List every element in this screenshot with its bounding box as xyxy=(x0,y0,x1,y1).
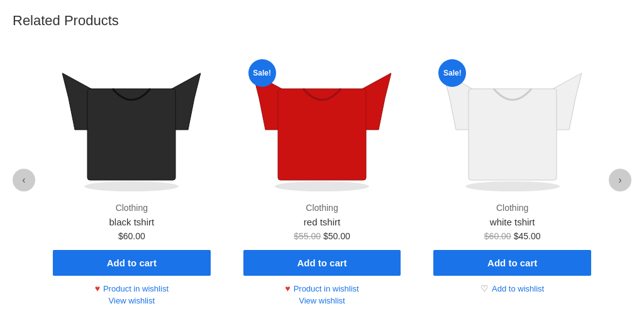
product-image-wrapper xyxy=(53,54,211,193)
product-card: Sale!Clothingwhite tshirt$60.00$45.00Add… xyxy=(423,44,601,315)
view-wishlist-link[interactable]: View wishlist xyxy=(299,296,345,305)
original-price: $55.00 xyxy=(294,231,321,241)
product-category: Clothing xyxy=(116,203,148,213)
svg-rect-3 xyxy=(87,89,175,180)
product-card: Sale!Clothingred tshirt$55.00$50.00Add t… xyxy=(233,44,411,315)
wishlist-link[interactable]: ♥Product in wishlist xyxy=(95,283,169,293)
wishlist-link[interactable]: ♥Product in wishlist xyxy=(285,283,358,293)
wishlist-link[interactable]: ♡Add to wishlist xyxy=(480,283,544,293)
add-to-cart-button[interactable]: Add to cart xyxy=(53,250,211,276)
heart-filled-icon: ♥ xyxy=(95,283,100,293)
wishlist-actions: ♥Product in wishlistView wishlist xyxy=(95,283,169,305)
chevron-right-icon: › xyxy=(618,174,621,186)
product-price: $60.00 xyxy=(118,231,145,241)
current-price: $60.00 xyxy=(118,231,145,241)
wishlist-label: Product in wishlist xyxy=(103,284,169,293)
sale-badge: Sale! xyxy=(248,59,276,87)
product-category: Clothing xyxy=(496,203,528,213)
svg-rect-13 xyxy=(469,89,557,180)
product-name: red tshirt xyxy=(304,217,340,227)
current-price: $50.00 xyxy=(323,231,350,241)
product-image-wrapper: Sale! xyxy=(433,54,591,193)
svg-rect-8 xyxy=(278,89,366,180)
sale-badge: Sale! xyxy=(438,59,466,87)
add-to-cart-button[interactable]: Add to cart xyxy=(433,250,591,276)
product-price: $60.00$45.00 xyxy=(484,231,541,241)
wishlist-actions: ♡Add to wishlist xyxy=(480,283,544,293)
svg-point-5 xyxy=(275,181,369,191)
svg-point-10 xyxy=(465,181,560,191)
original-price: $60.00 xyxy=(484,231,511,241)
product-price: $55.00$50.00 xyxy=(294,231,350,241)
carousel-prev-button[interactable]: ‹ xyxy=(13,169,35,191)
product-name: white tshirt xyxy=(490,217,535,227)
add-to-cart-button[interactable]: Add to cart xyxy=(243,250,401,276)
view-wishlist-link[interactable]: View wishlist xyxy=(109,296,155,305)
product-card: Clothingblack tshirt$60.00Add to cart♥Pr… xyxy=(43,44,221,315)
current-price: $45.00 xyxy=(514,231,541,241)
product-category: Clothing xyxy=(306,203,338,213)
wishlist-label: Add to wishlist xyxy=(492,284,544,293)
product-image-wrapper: Sale! xyxy=(243,54,401,193)
carousel-next-button[interactable]: › xyxy=(609,169,631,191)
product-name: black tshirt xyxy=(109,217,154,227)
heart-outline-icon: ♡ xyxy=(480,283,489,293)
section-title: Related Products xyxy=(13,13,631,29)
chevron-left-icon: ‹ xyxy=(22,174,25,186)
heart-filled-icon: ♥ xyxy=(285,283,290,293)
products-grid: Clothingblack tshirt$60.00Add to cart♥Pr… xyxy=(43,44,601,315)
wishlist-label: Product in wishlist xyxy=(294,284,359,293)
wishlist-actions: ♥Product in wishlistView wishlist xyxy=(285,283,358,305)
carousel-wrapper: ‹ Clothingblack tshirt$60.00Add to cart♥… xyxy=(13,44,631,315)
svg-point-0 xyxy=(84,181,179,191)
